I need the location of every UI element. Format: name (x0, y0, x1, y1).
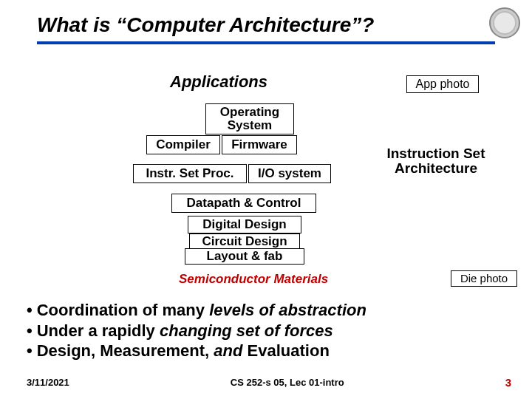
die-photo-box: Die photo (451, 270, 517, 287)
footer-page-number: 3 (505, 376, 511, 389)
bullet-2: • Under a rapidly changing set of forces (27, 321, 366, 341)
box-io-system: I/O system (248, 164, 331, 183)
isa-label: Instruction Set Architecture (377, 146, 495, 176)
footer-date: 3/11/2021 (27, 377, 69, 388)
semiconductor-materials-label: Semiconductor Materials (179, 272, 328, 287)
box-firmware: Firmware (222, 135, 297, 154)
box-datapath-control: Datapath & Control (171, 194, 316, 213)
university-seal-icon (489, 7, 520, 38)
layer-diagram: Applications App photo Operating System … (0, 66, 532, 296)
footer-course: CS 252-s 05, Lec 01-intro (69, 377, 505, 388)
bullet-3: • Design, Measurement, and Evaluation (27, 341, 366, 361)
box-layout-fab: Layout & fab (185, 248, 304, 265)
box-circuit-design: Circuit Design (189, 233, 300, 250)
box-instr-set-proc: Instr. Set Proc. (133, 164, 247, 183)
applications-label: Applications (170, 72, 267, 92)
footer: 3/11/2021 CS 252-s 05, Lec 01-intro 3 (0, 376, 532, 389)
title-underline (37, 41, 495, 44)
box-operating-system: Operating System (205, 103, 294, 134)
box-digital-design: Digital Design (188, 216, 301, 233)
app-photo-box: App photo (406, 75, 479, 93)
slide-title: What is “Computer Architecture”? (37, 13, 532, 37)
bullet-1: • Coordination of many levels of abstrac… (27, 300, 366, 321)
bullet-list: • Coordination of many levels of abstrac… (27, 300, 366, 361)
box-compiler: Compiler (146, 135, 220, 154)
